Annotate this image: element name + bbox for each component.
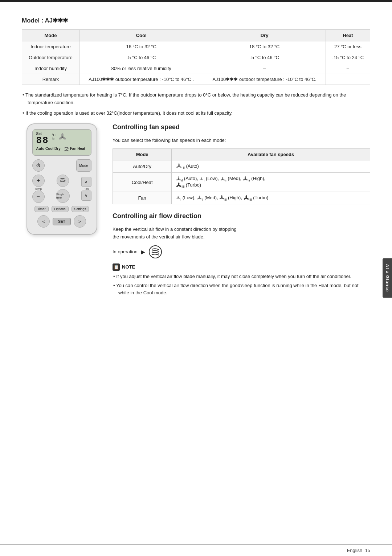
left-button[interactable]: <: [37, 215, 50, 228]
fan-row-mode: Cool/Heat: [113, 173, 172, 192]
row-cool: 16 °C to 32 °C: [79, 41, 203, 52]
fan-label: Fan: [84, 187, 89, 191]
fan-col-mode: Mode: [113, 148, 172, 160]
power-mode-row: ⏻ Mode: [32, 159, 91, 172]
fan-icon-l: [176, 196, 180, 200]
col-cool: Cool: [79, 30, 203, 41]
swing-button[interactable]: [57, 175, 69, 187]
svg-point-41: [245, 195, 247, 198]
row-heat: –: [326, 63, 370, 74]
fan-icon-t: [244, 195, 249, 201]
temp-label: Temp: [35, 187, 42, 191]
fan-row-speeds: i (Low), ii (Med),: [172, 192, 370, 204]
row-cool: AJ100✱✱✱ outdoor temperature : -10°C to …: [79, 74, 203, 85]
table-row: Remark AJ100✱✱✱ outdoor temperature : -1…: [22, 74, 370, 85]
row-dry: AJ100✱✱✱ outdoor temperature : -10°C to …: [203, 74, 326, 85]
bullet-1: The standardized temperature for heating…: [22, 91, 370, 107]
fan-speed-title: Controlling fan speed: [113, 123, 370, 133]
svg-point-13: [201, 177, 202, 179]
fan-auto-icon: [176, 163, 182, 169]
options-button[interactable]: Options: [52, 206, 69, 212]
fan-icon-h: [219, 195, 224, 200]
single-user-button[interactable]: Single user: [56, 189, 70, 203]
fan-icon-turbo: [176, 183, 181, 188]
row-cool: -5 °C to 46 °C: [79, 52, 203, 63]
fan-row-mode: Auto/Dry: [113, 160, 172, 173]
nav-row: < SET >: [32, 215, 91, 228]
note-bullet-2: You can control the vertical air flow di…: [113, 282, 370, 296]
row-label: Remark: [22, 74, 79, 85]
remote-display: Set 88 °C hr: [32, 129, 91, 156]
airflow-desc: Keep the vertical air flow in a constant…: [113, 226, 370, 241]
row-dry: -5 °C to 46 °C: [203, 52, 326, 63]
row-label: Indoor temperature: [22, 41, 79, 52]
in-operation-label: In operation: [113, 249, 138, 254]
display-units: °C hr: [52, 133, 56, 140]
page-number: English 15: [347, 548, 370, 553]
power-button[interactable]: ⏻: [32, 159, 45, 172]
bullet-2: If the cooling operation is used at over…: [22, 110, 370, 117]
note-bullet-1: If you adjust the vertical air flow blad…: [113, 273, 370, 280]
mode-button-group[interactable]: Mode: [76, 159, 91, 172]
col-dry: Dry: [203, 30, 326, 41]
fan-row-cool: Cool/Heat il (Auto),: [113, 173, 370, 192]
fan-icon-low: [199, 177, 204, 181]
row-dry: –: [203, 63, 326, 74]
arrow-right-icon: ▶: [141, 249, 145, 255]
svg-point-5: [178, 163, 180, 166]
swing-icon: [64, 147, 69, 152]
fan-row-speeds: il (Auto): [172, 160, 370, 173]
fan-col-speeds: Available fan speeds: [172, 148, 370, 160]
options-row: Timer Options Settings: [32, 206, 91, 212]
model-title: Model : AJ✱✱✱: [22, 17, 370, 24]
col-mode: Mode: [22, 30, 79, 41]
swing-button-icon: [60, 177, 66, 184]
col-heat: Heat: [326, 30, 370, 41]
row-heat: [326, 74, 370, 85]
svg-point-9: [178, 176, 179, 179]
svg-point-29: [178, 196, 179, 198]
in-operation-row: In operation ▶: [113, 245, 370, 258]
note-label: NOTE: [122, 264, 135, 270]
right-button[interactable]: >: [74, 215, 86, 228]
note-header: 📋 NOTE: [113, 263, 370, 271]
svg-point-37: [221, 195, 223, 197]
fan-speed-table: Mode Available fan speeds Auto/Dry: [113, 148, 370, 204]
set-button[interactable]: SET: [53, 218, 70, 225]
fan-icon-small: [176, 176, 181, 181]
table-row: Indoor temperature 16 °C to 32 °C 18 °C …: [22, 41, 370, 52]
airflow-title: Controlling air flow direction: [113, 212, 370, 222]
temp-control: + Temp –: [32, 175, 45, 203]
settings-button[interactable]: Settings: [72, 206, 89, 212]
swing-airflow-svg: [151, 247, 160, 257]
bottom-bar: English 15: [0, 544, 392, 556]
display-digits: 88: [36, 136, 49, 145]
minus-button[interactable]: –: [32, 191, 45, 203]
fan-row-auto: Auto/Dry il (Auto): [113, 160, 370, 173]
mode-button[interactable]: Mode: [76, 159, 91, 172]
svg-point-21: [245, 176, 246, 179]
row-cool: 80% or less relative humidity: [79, 63, 203, 74]
note-section: 📋 NOTE If you adjust the vertical air fl…: [113, 263, 370, 297]
remote-control: Set 88 °C hr: [26, 123, 97, 235]
svg-point-1: [61, 133, 64, 137]
top-bar: [0, 0, 392, 2]
timer-button[interactable]: Timer: [34, 206, 49, 212]
fan-row-speeds: il (Auto), i (Low),: [172, 173, 370, 192]
svg-point-33: [199, 196, 200, 198]
row-label: Outdoor temperature: [22, 52, 79, 63]
fan-down-button[interactable]: ∨: [81, 191, 91, 201]
svg-point-17: [222, 177, 223, 179]
temp-table: Mode Cool Dry Heat Indoor temperature 16…: [22, 29, 370, 85]
fan-row-mode: Fan: [113, 192, 172, 204]
fan-control: ∧ Fan ∨: [81, 177, 91, 201]
row-label: Indoor humidity: [22, 63, 79, 74]
plus-button[interactable]: +: [32, 175, 45, 187]
fan-speed-desc: You can select the following fan speeds …: [113, 137, 370, 144]
fan-up-button[interactable]: ∧: [81, 177, 91, 187]
table-row: Outdoor temperature -5 °C to 46 °C -5 °C…: [22, 52, 370, 63]
note-bullets: If you adjust the vertical air flow blad…: [113, 273, 370, 297]
svg-point-25: [178, 183, 180, 185]
remote-control-wrap: Set 88 °C hr: [22, 123, 102, 235]
power-button-group[interactable]: ⏻: [32, 159, 45, 172]
